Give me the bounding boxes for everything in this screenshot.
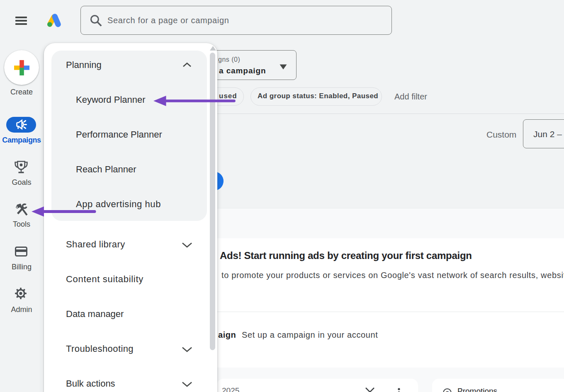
svg-text:$: $ [446, 390, 449, 392]
